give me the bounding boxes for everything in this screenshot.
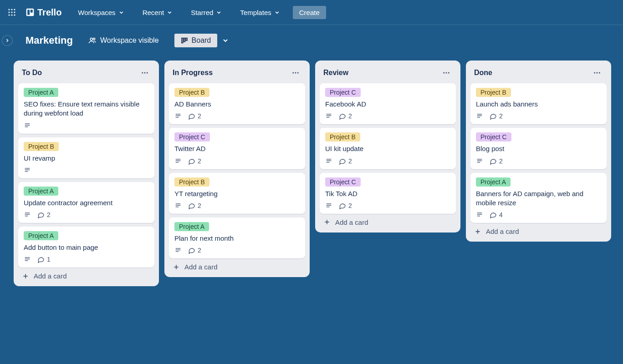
card-label[interactable]: Project C: [174, 132, 210, 142]
card[interactable]: Project BUI kit update2: [320, 128, 456, 169]
description-icon: [174, 202, 182, 209]
card-badges: [24, 167, 149, 174]
add-card-label: Add a card: [335, 218, 368, 226]
card-title: Tik Tok AD: [325, 189, 450, 198]
svg-point-6: [8, 14, 10, 15]
list-menu-button[interactable]: [591, 67, 603, 79]
add-card-button[interactable]: Add a card: [320, 214, 456, 228]
card[interactable]: Project BAD Banners2: [169, 83, 305, 124]
svg-point-36: [297, 72, 299, 74]
add-card-button[interactable]: Add a card: [169, 258, 305, 273]
comments-count: 2: [348, 157, 352, 165]
card[interactable]: Project AAdd button to main page1: [18, 227, 154, 268]
comments-count: 4: [499, 211, 503, 218]
chevron-down-icon: [118, 10, 124, 15]
card-label[interactable]: Project A: [174, 222, 209, 231]
nav-templates[interactable]: Templates: [235, 6, 285, 19]
card-label[interactable]: Project C: [476, 132, 511, 142]
comments-badge: 2: [490, 157, 503, 165]
card-badges: 2: [24, 211, 149, 218]
card[interactable]: Project BYT retargeting2: [169, 173, 305, 214]
brand-text: Trello: [37, 7, 61, 18]
card-badges: 2: [476, 112, 601, 120]
add-card-button[interactable]: Add a card: [18, 268, 154, 282]
svg-point-35: [295, 72, 296, 74]
card-label[interactable]: Project A: [24, 187, 58, 196]
apps-icon[interactable]: [5, 5, 19, 20]
card[interactable]: Project BUI revamp: [18, 137, 154, 178]
list: ReviewProject CFacebook AD2Project BUI k…: [315, 61, 460, 233]
list-cards: Project ASEO fixes: Ensure text remains …: [18, 83, 154, 268]
card[interactable]: Project AUpdate contractor agreement2: [18, 182, 154, 223]
add-card-button[interactable]: Add a card: [470, 223, 607, 237]
card-label[interactable]: Project B: [174, 177, 209, 187]
list-title[interactable]: To Do: [22, 69, 42, 77]
trello-logo[interactable]: Trello: [22, 5, 65, 20]
card-title: Launch ads banners: [476, 100, 601, 109]
board-icon: [181, 37, 188, 44]
board-title[interactable]: Marketing: [26, 35, 73, 46]
card-title: Add button to main page: [24, 243, 149, 252]
card[interactable]: Project BLaunch ads banners2: [470, 83, 607, 124]
list-menu-button[interactable]: [139, 67, 151, 79]
visibility-button[interactable]: Workspace visible: [84, 34, 163, 47]
nav-workspaces[interactable]: Workspaces: [72, 6, 129, 19]
svg-point-12: [90, 38, 92, 40]
nav-starred[interactable]: Starred: [185, 6, 227, 19]
svg-point-0: [8, 9, 10, 10]
card[interactable]: Project CTwitter AD2: [169, 128, 305, 169]
card-label[interactable]: Project B: [476, 88, 511, 97]
card-label[interactable]: Project C: [325, 88, 361, 97]
sidebar-expand-button[interactable]: [2, 35, 13, 46]
card-label[interactable]: Project A: [476, 177, 511, 187]
card-badges: 1: [24, 256, 149, 263]
list-title[interactable]: In Progress: [173, 69, 213, 77]
comments-badge: 2: [490, 112, 503, 120]
card-title: UI revamp: [24, 154, 149, 163]
list-menu-button[interactable]: [440, 67, 452, 79]
board-canvas[interactable]: To DoProject ASEO fixes: Ensure text rem…: [0, 56, 623, 364]
card[interactable]: Project ASEO fixes: Ensure text remains …: [18, 83, 154, 134]
svg-rect-14: [182, 38, 183, 43]
card-title: YT retargeting: [174, 189, 300, 198]
svg-point-19: [147, 72, 148, 74]
svg-point-1: [11, 9, 12, 10]
card-label[interactable]: Project C: [325, 177, 361, 187]
card-label[interactable]: Project A: [24, 231, 58, 240]
svg-point-51: [443, 72, 444, 74]
view-switch-button[interactable]: Board: [174, 34, 218, 47]
create-button[interactable]: Create: [293, 6, 326, 19]
list-title[interactable]: Done: [474, 69, 492, 77]
list-menu-button[interactable]: [290, 67, 301, 79]
comments-count: 2: [47, 211, 51, 218]
chevron-right-icon: [5, 38, 10, 43]
card-badges: 2: [174, 247, 300, 254]
card-label[interactable]: Project B: [325, 132, 360, 142]
comments-badge: 1: [37, 256, 51, 263]
card-label[interactable]: Project B: [174, 88, 209, 97]
board-header: Marketing Workspace visible Board: [0, 25, 623, 56]
card-badges: 2: [174, 112, 300, 120]
nav-recent[interactable]: Recent: [137, 6, 179, 19]
card-label[interactable]: Project B: [24, 142, 59, 151]
card-label[interactable]: Project A: [24, 88, 58, 97]
view-switch-dropdown[interactable]: [219, 34, 232, 47]
card-title: Twitter AD: [174, 144, 300, 153]
comments-badge: 2: [37, 211, 51, 218]
list-cards: Project BAD Banners2Project CTwitter AD2…: [169, 83, 305, 258]
card-badges: 2: [325, 202, 450, 209]
svg-point-13: [93, 38, 95, 40]
card[interactable]: Project CBlog post2: [470, 128, 607, 169]
nav-starred-label: Starred: [191, 9, 213, 16]
comments-count: 1: [47, 256, 51, 263]
list-header: In Progress: [169, 65, 305, 83]
list-cards: Project BLaunch ads banners2Project CBlo…: [470, 83, 607, 223]
comments-count: 2: [198, 247, 201, 254]
card[interactable]: Project CTik Tok AD2: [320, 173, 456, 214]
svg-rect-10: [27, 10, 30, 15]
card[interactable]: Project APlan for next month2: [169, 217, 305, 258]
card[interactable]: Project ABanners for AD campaign, web an…: [470, 173, 607, 223]
list-title[interactable]: Review: [323, 69, 348, 77]
card[interactable]: Project CFacebook AD2: [320, 83, 456, 124]
description-icon: [174, 247, 182, 254]
